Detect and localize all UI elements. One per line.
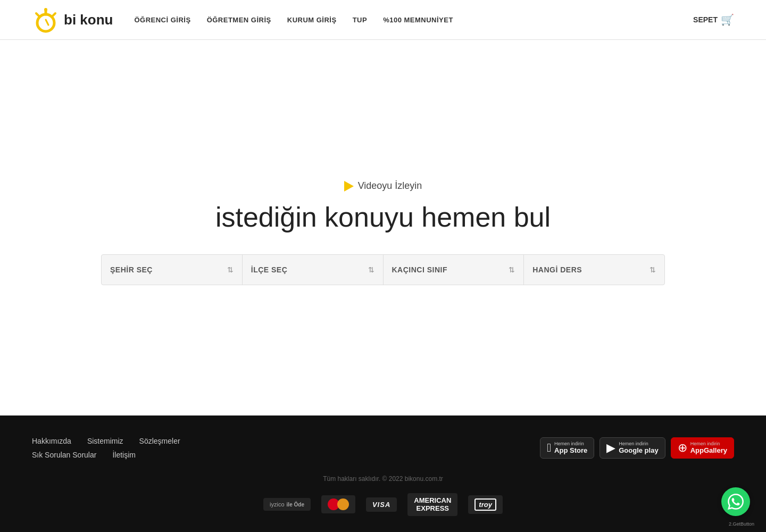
video-label: Videoyu İzleyin — [358, 180, 422, 192]
footer-link-hakkimizda[interactable]: Hakkımızda — [32, 437, 71, 445]
nav-kurum[interactable]: KURUM GİRİŞ — [287, 16, 337, 24]
whatsapp-button[interactable] — [721, 487, 750, 516]
svg-line-3 — [36, 13, 39, 16]
nav-tup[interactable]: TUP — [353, 16, 368, 24]
footer-link-sss[interactable]: Sık Sorulan Sorular — [32, 451, 96, 459]
footer: Hakkımızda Sistemimiz Sözleşmeler Sık So… — [0, 415, 766, 532]
subject-select-wrap: HANGİ DERS ⇅ — [524, 255, 664, 285]
svg-point-2 — [44, 8, 47, 11]
nav-memnuniyet[interactable]: %100 MEMNUNİYET — [383, 16, 453, 24]
visa-text: VISA — [372, 501, 390, 509]
svg-line-5 — [46, 20, 48, 25]
logo-link[interactable]: bi konu — [32, 6, 113, 34]
amex-logo: AMERICANEXPRESS — [407, 493, 457, 516]
cart-label: SEPET — [693, 15, 718, 24]
hero-title: istediğin konuyu hemen bul — [215, 201, 551, 233]
grade-select-wrap: KAÇINCI SINIF ⇅ — [384, 255, 524, 285]
city-select-wrap: ŞEHİR SEÇ ⇅ — [102, 255, 243, 285]
googleplay-label: Google play — [619, 446, 658, 454]
search-bar: ŞEHİR SEÇ ⇅ İLÇE SEÇ ⇅ KAÇINCI SINIF ⇅ H… — [101, 254, 665, 285]
apple-icon:  — [547, 441, 551, 455]
appstore-label: App Store — [554, 446, 587, 454]
header-left: bi konu ÖĞRENCİ GİRİŞ ÖĞRETMEN GİRİŞ KUR… — [32, 6, 453, 34]
header: bi konu ÖĞRENCİ GİRİŞ ÖĞRETMEN GİRİŞ KUR… — [0, 0, 766, 40]
logo-icon — [32, 6, 60, 34]
mastercard-logo — [321, 495, 355, 513]
main-nav: ÖĞRENCİ GİRİŞ ÖĞRETMEN GİRİŞ KURUM GİRİŞ… — [134, 16, 453, 24]
appgallery-sub: Hemen indirin — [690, 441, 727, 446]
appstore-badge[interactable]:  Hemen indirin App Store — [540, 437, 594, 459]
visa-logo: VISA — [366, 497, 397, 512]
appgallery-badge[interactable]: ⊕ Hemen indirin AppGallery — [671, 437, 734, 459]
main-content: Videoyu İzleyin istediğin konuyu hemen b… — [0, 40, 766, 415]
iyzico-logo: iyzico ile Öde — [263, 498, 311, 511]
huawei-icon: ⊕ — [678, 441, 687, 455]
googleplay-sub: Hemen indirin — [619, 441, 658, 446]
nav-ogrenci[interactable]: ÖĞRENCİ GİRİŞ — [134, 16, 190, 24]
footer-top: Hakkımızda Sistemimiz Sözleşmeler Sık So… — [32, 437, 734, 459]
amex-text: AMERICANEXPRESS — [414, 496, 451, 513]
grade-select[interactable]: KAÇINCI SINIF — [392, 255, 515, 285]
footer-link-sistemimiz[interactable]: Sistemimiz — [87, 437, 123, 445]
cart-button[interactable]: SEPET 🛒 — [693, 13, 734, 26]
video-link[interactable]: Videoyu İzleyin — [344, 180, 422, 192]
subject-select[interactable]: HANGİ DERS — [532, 255, 656, 285]
footer-copyright: Tüm hakları saklıdır. © 2022 bikonu.com.… — [32, 475, 734, 483]
appgallery-label: AppGallery — [690, 446, 727, 454]
header-right: SEPET 🛒 — [693, 13, 734, 26]
footer-link-iletisim[interactable]: İletişim — [112, 451, 136, 459]
play-icon — [344, 181, 354, 192]
cart-icon: 🛒 — [721, 13, 734, 26]
city-select[interactable]: ŞEHİR SEÇ — [110, 255, 234, 285]
footer-links: Hakkımızda Sistemimiz Sözleşmeler Sık So… — [32, 437, 245, 459]
footer-apps:  Hemen indirin App Store ▶ Hemen indiri… — [540, 437, 734, 459]
district-select[interactable]: İLÇE SEÇ — [251, 255, 374, 285]
footer-payments: iyzico ile Öde VISA AMERICANEXPRESS troy — [32, 493, 734, 516]
mc-orange-circle — [337, 498, 349, 510]
troy-logo: troy — [468, 495, 503, 514]
appstore-sub: Hemen indirin — [554, 441, 587, 446]
logo-text: bi konu — [64, 12, 113, 28]
svg-line-4 — [52, 13, 55, 16]
district-select-wrap: İLÇE SEÇ ⇅ — [243, 255, 384, 285]
google-icon: ▶ — [606, 441, 615, 455]
getbutton-label: 2.GetButton — [729, 521, 754, 527]
whatsapp-icon — [728, 494, 744, 510]
nav-ogretmen[interactable]: ÖĞRETMEN GİRİŞ — [207, 16, 271, 24]
googleplay-badge[interactable]: ▶ Hemen indirin Google play — [600, 437, 665, 459]
troy-text: troy — [474, 498, 496, 511]
footer-link-sozlesmeler[interactable]: Sözleşmeler — [139, 437, 180, 445]
